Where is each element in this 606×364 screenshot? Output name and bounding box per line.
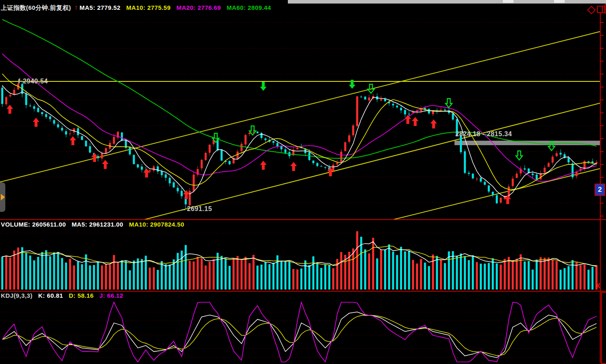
trading-app-window: 上证指数(60分钟.前复权)↑MA5: 2779.52MA10: 2775.59… xyxy=(0,0,606,364)
strip-notch xyxy=(554,0,565,3)
split-window-icon[interactable] xyxy=(597,6,605,13)
price-alert-label: f·2940.54 xyxy=(18,78,48,85)
legend-item-vol-ma10-value: MA10: 2907824.50 xyxy=(129,221,184,228)
kdj-legend: KDJ(9,3,3)K: 60.81D: 58.16J: 66.12 xyxy=(1,292,129,299)
strip-notch xyxy=(503,0,513,3)
price-alert-value: 2940.54 xyxy=(23,78,48,85)
legend-item-ma10-value: MA10: 2775.59 xyxy=(126,4,171,11)
legend-item-vol-ma5-value: MA5: 2961231.00 xyxy=(72,221,123,228)
trend-up-icon: ↑ xyxy=(74,4,78,11)
legend-item-k-value: K: 60.81 xyxy=(38,292,63,299)
legend-item-j-value: J: 66.12 xyxy=(99,292,123,299)
legend-item-volume-value: VOLUME: 2605611.00 xyxy=(1,221,66,228)
kdj-side-strip[interactable] xyxy=(601,292,606,364)
kdj-header: KDJ(9,3,3)K: 60.81D: 58.16J: 66.12 xyxy=(1,292,129,299)
pane-count-badge[interactable]: 2 xyxy=(595,184,605,196)
panel-expand-tab[interactable] xyxy=(0,182,5,212)
split-bar xyxy=(602,7,603,12)
window-top-strip xyxy=(288,0,606,4)
instrument-title: 上证指数(60分钟.前复权) xyxy=(1,4,71,11)
volume-legend: VOLUME: 2605611.00MA5: 2961231.00MA10: 2… xyxy=(1,221,190,228)
legend-item-ma60-value: MA60: 2809.44 xyxy=(226,4,271,11)
low-price-value: 2691.15 xyxy=(187,205,212,212)
left-arrow-glyph: ← xyxy=(180,205,187,212)
volume-header: VOLUME: 2605611.00MA5: 2961231.00MA10: 2… xyxy=(1,221,190,228)
anchor-glyph: f· xyxy=(18,78,23,85)
low-price-label: ←2691.15 xyxy=(180,205,212,213)
chart-canvas[interactable] xyxy=(0,0,606,364)
legend-item-kdj-params: KDJ(9,3,3) xyxy=(1,292,32,299)
ma-legend: MA5: 2779.52MA10: 2775.59MA20: 2776.69MA… xyxy=(79,4,277,11)
main-chart-header: 上证指数(60分钟.前复权)↑MA5: 2779.52MA10: 2775.59… xyxy=(1,4,277,12)
corner-divider xyxy=(605,4,606,14)
range-label: 2824.18 - 2815.34 xyxy=(455,130,512,138)
legend-item-ma20-value: MA20: 2776.69 xyxy=(176,4,221,11)
close-pane-icon[interactable]: X xyxy=(596,282,600,290)
legend-item-d-value: D: 58.16 xyxy=(69,292,94,299)
legend-item-ma5-value: MA5: 2779.52 xyxy=(79,4,120,11)
expand-arrow-icon xyxy=(1,194,5,200)
